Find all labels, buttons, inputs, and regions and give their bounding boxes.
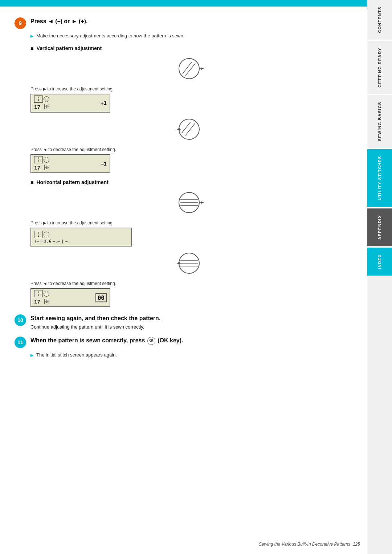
step-10-circle: 10 [15,314,26,326]
lcd-circle-increase-h [44,232,49,237]
right-arrow-icon-h: Press ▶ to increase the adjustment setti… [30,220,114,225]
main-content: 9 Press ◄ (–) or ► (+). ▶ Make the neces… [0,7,367,554]
decrease-caption-vertical: Press ◄ to decrease the adjustment setti… [30,147,353,152]
step-10-subtitle: Continue adjusting the pattern until it … [30,324,144,330]
sidebar-divider-1 [367,40,392,41]
step-11-circle: 11 [15,337,26,348]
svg-point-0 [179,58,199,79]
svg-line-1 [183,62,192,74]
sidebar-tab-contents[interactable]: CONTENTS [367,0,392,40]
page-footer: Sewing the Various Built-In Decorative P… [0,542,367,547]
bullet-triangle-icon-11: ▶ [30,353,33,358]
increase-caption: Press ▶ to increase the adjustment setti… [30,86,353,91]
lcd-stitch-indicator: ↕↔ [34,239,39,244]
sidebar-tab-sewing-basics[interactable]: SEWING BASICS [367,95,392,148]
lcd-circle-decrease-h [44,291,49,297]
lcd-ne-icon-2: NE [34,156,43,163]
lcd-ne-icon-4: NE [34,290,43,297]
lcd-circle-increase [44,96,49,102]
step-9-circle: 9 [15,17,26,29]
step-11-block: 11 When the pattern is sewn correctly, p… [15,337,353,358]
lcd-decrease-display-vertical: NE 17 [30,154,110,173]
lcd-value-17-2: 17 [34,165,40,171]
lcd-dashes: –.– [53,239,60,244]
lcd-value-3pt6: 3.6 [44,239,51,244]
svg-line-2 [185,64,195,76]
increase-pattern-svg [175,56,208,83]
lcd-increase-display: NE 17 [30,94,110,113]
horizontal-heading: ■ Horizontal pattern adjustment [30,179,353,185]
left-arrow-icon-v: Press ◄ to decrease the adjustment setti… [30,147,116,152]
lcd-value-17-3: 17 [34,299,40,305]
lcd-top-row-increase-h: NE [34,231,128,238]
lcd-dash-end: –. [65,239,70,244]
lcd-bottom-row-decrease-v: 17 [34,164,107,171]
pattern-circle-decrease-horiz [30,250,353,277]
lcd-increase-display-horiz: NE ↕↔ ⇄ 3.6 –.– | –. [30,228,132,247]
sidebar-tab-utility-stitches[interactable]: UTILITY STITCHES [367,149,392,207]
lcd-bottom-row-increase: 17 [34,103,107,111]
lcd-ne-icon: NE [34,95,43,103]
sidebar-tab-index[interactable]: INDEX [367,248,392,276]
step-9-bullet-1: ▶ Make the necessary adjustments accordi… [30,33,353,39]
decrease-circle-diagram-horiz [30,250,353,277]
sidebar-tab-appendix[interactable]: APPENDIX [367,208,392,246]
vertical-heading: ■ Vertical pattern adjustment [30,45,353,51]
square-bullet-icon: ■ [30,45,33,51]
step-9-block: 9 Press ◄ (–) or ► (+). ▶ Make the neces… [15,17,353,307]
lcd-stitch-icon-2 [44,164,54,171]
top-bar [0,0,392,7]
svg-point-11 [179,119,199,139]
footer-text: Sewing the Various Built-In Decorative P… [259,542,350,547]
lcd-minus1-value: –1 [101,161,107,167]
increase-pattern-svg-horiz [175,190,208,217]
increase-circle-diagram [30,56,353,83]
ok-key-icon: OK [147,337,155,345]
lcd-bar: | [61,239,64,244]
step-10-title: Start sewing again, and then check the p… [30,314,353,331]
step-9-header: 9 Press ◄ (–) or ► (+). [15,17,353,29]
square-bullet-icon-2: ■ [30,179,33,185]
lcd-arrows-h: ⇄ [40,239,42,243]
right-sidebar: CONTENTS GETTING READY SEWING BASICS UTI… [367,0,392,554]
lcd-top-row-decrease-v: NE [34,156,107,163]
step-11-title: When the pattern is sewn correctly, pres… [30,337,353,345]
lcd-bottom-row-increase-h: ↕↔ ⇄ 3.6 –.– | –. [34,239,128,244]
decrease-caption-horiz: Press ◄ to decrease the adjustment setti… [30,281,353,286]
left-arrow-icon-h: Press ◄ to decrease the adjustment setti… [30,281,116,286]
lcd-inner-increase: NE 17 [34,95,107,111]
step-10-block: 10 Start sewing again, and then check th… [15,314,353,331]
svg-line-13 [185,123,195,135]
pattern-circle-increase-horiz [30,190,353,217]
svg-line-12 [182,122,191,133]
lcd-ne-icon-3: NE [34,231,43,238]
lcd-stitch-icon [44,103,54,111]
decrease-pattern-svg-vertical [175,116,208,143]
step-10-header: 10 Start sewing again, and then check th… [15,314,353,331]
right-arrow-icon: Press ▶ to increase the adjustment setti… [30,86,114,91]
lcd-inner-decrease-v: NE 17 [34,156,107,171]
step-9-title: Press ◄ (–) or ► (+). [30,17,353,25]
lcd-decrease-display-horiz: NE 17 [30,288,110,307]
lcd-inner-increase-h: NE ↕↔ ⇄ 3.6 –.– | –. [34,231,128,244]
decrease-pattern-svg-horiz [175,250,208,277]
sidebar-tab-getting-ready[interactable]: GETTING READY [367,41,392,94]
lcd-plus1-value: +1 [101,100,107,106]
lcd-top-row-increase: NE [34,95,107,103]
lcd-zeros-value: 00 [95,293,107,302]
lcd-circle-decrease-v [44,157,49,163]
lcd-value-17: 17 [34,104,40,110]
step-11-header: 11 When the pattern is sewn correctly, p… [15,337,353,348]
lcd-stitch-icon-3 [44,298,54,306]
step-11-bullet-1: ▶ The initial stitch screen appears agai… [30,352,353,358]
bullet-triangle-icon: ▶ [30,33,33,39]
increase-caption-horiz: Press ▶ to increase the adjustment setti… [30,220,353,225]
decrease-circle-diagram-vertical [30,116,353,143]
pattern-circle-decrease-vertical [30,116,353,143]
increase-circle-diagram-horiz [30,190,353,217]
pattern-circle-increase [30,56,353,83]
page-number: 125 [353,542,360,547]
